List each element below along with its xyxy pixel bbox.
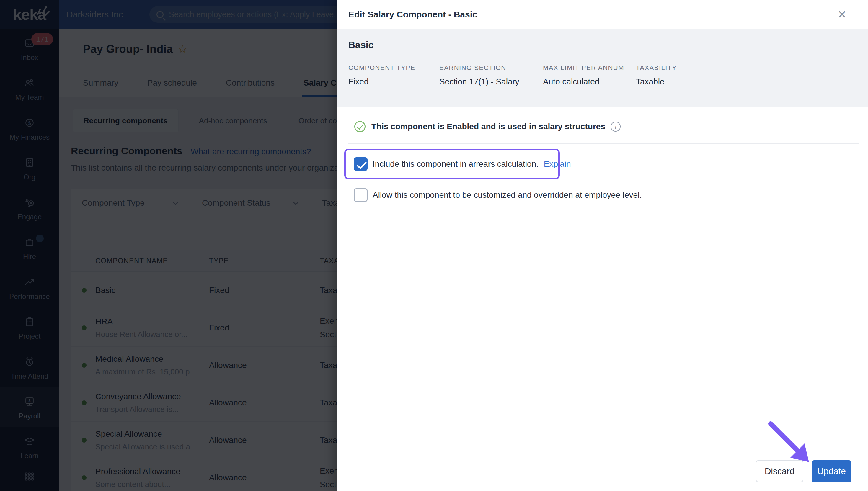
- info-icon[interactable]: i: [611, 121, 621, 132]
- field-earning-section: EARNING SECTION Section 17(1) - Salary: [439, 64, 543, 94]
- arrears-checkbox-label: Include this component in arrears calcul…: [372, 159, 538, 169]
- arrears-checkbox[interactable]: [354, 157, 368, 171]
- field-max-limit-per-annum: MAX LIMIT PER ANNUM Auto calculated: [543, 64, 623, 94]
- enabled-status-text: This component is Enabled and is used in…: [371, 122, 605, 131]
- component-summary-panel: Basic COMPONENT TYPE Fixed EARNING SECTI…: [337, 29, 868, 107]
- override-checkbox[interactable]: [354, 188, 368, 202]
- update-button[interactable]: Update: [812, 460, 851, 482]
- app-screen: keka Inbox 171 My Team $ My Finances Org: [0, 0, 868, 491]
- divider: [348, 143, 859, 144]
- check-circle-icon: [354, 121, 365, 132]
- discard-button[interactable]: Discard: [756, 460, 803, 482]
- component-fields: COMPONENT TYPE Fixed EARNING SECTION Sec…: [348, 64, 856, 94]
- override-checkbox-label: Allow this component to be customized an…: [372, 190, 642, 200]
- edit-salary-component-drawer: Edit Salary Component - Basic ✕ Basic CO…: [337, 0, 868, 491]
- component-name-heading: Basic: [348, 39, 856, 51]
- arrears-option-highlight: Include this component in arrears calcul…: [344, 149, 560, 179]
- explain-link[interactable]: Explain: [544, 159, 571, 169]
- field-component-type: COMPONENT TYPE Fixed: [348, 64, 439, 94]
- drawer-title: Edit Salary Component - Basic: [348, 9, 477, 20]
- override-option-row: Allow this component to be customized an…: [354, 188, 868, 202]
- enabled-status-row: This component is Enabled and is used in…: [354, 121, 856, 132]
- drawer-footer: Discard Update: [337, 451, 868, 491]
- field-taxability: TAXABILITY Taxable: [623, 60, 677, 94]
- drawer-header: Edit Salary Component - Basic ✕: [337, 0, 868, 29]
- close-icon[interactable]: ✕: [837, 9, 847, 20]
